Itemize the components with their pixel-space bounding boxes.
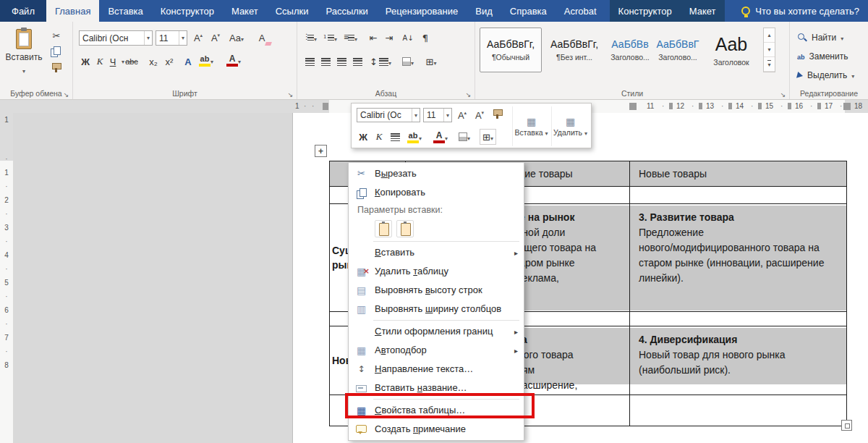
menu-item[interactable]: Копировать <box>349 183 524 202</box>
ribbon-tab[interactable]: Главная <box>46 0 99 22</box>
menu-item[interactable]: Выровнять высоту строк <box>349 281 524 300</box>
sort-button[interactable]: А↓ <box>401 30 414 46</box>
replace-button[interactable]: Заменить <box>797 49 848 64</box>
menu-item[interactable]: Удалить таблицу <box>349 262 524 281</box>
text-effects-button[interactable]: А <box>182 54 195 69</box>
gallery-up-icon[interactable] <box>764 28 775 43</box>
superscript-button[interactable]: x² <box>163 54 176 69</box>
vertical-ruler[interactable]: 112345678 <box>0 100 13 443</box>
mini-insert-button[interactable]: Вставка <box>512 106 550 146</box>
highlight-color-button[interactable]: ab <box>199 52 213 68</box>
mini-italic-button[interactable]: К <box>373 129 386 145</box>
tell-me[interactable]: Что вы хотите сделать? <box>733 0 868 22</box>
gallery-down-icon[interactable] <box>764 43 775 57</box>
paragraph-dialog-launcher[interactable] <box>464 89 472 97</box>
ribbon-tab[interactable]: Acrobat <box>556 0 605 22</box>
align-center-button[interactable] <box>319 54 332 69</box>
font-color-button[interactable]: А <box>226 52 241 68</box>
style-card[interactable]: АаБбВвГг,¶Обычный <box>480 28 542 72</box>
find-button[interactable]: Найти <box>797 30 843 45</box>
mini-format-painter-icon[interactable] <box>490 107 505 123</box>
cut-icon[interactable] <box>49 29 64 42</box>
mini-highlight-button[interactable]: ab <box>407 129 422 145</box>
style-card[interactable]: АаБбВвЗаголово... <box>607 28 653 72</box>
menu-item[interactable]: Направление текста… <box>349 360 524 379</box>
ribbon-tab[interactable]: Вставка <box>99 0 151 22</box>
ribbon-tab[interactable]: Конструктор <box>152 0 223 22</box>
menu-item[interactable]: Стили оформления границ <box>349 322 524 341</box>
ribbon-tab[interactable]: Рецензирование <box>377 0 467 22</box>
justify-button[interactable] <box>351 54 364 69</box>
column-marker[interactable] <box>817 103 821 109</box>
paste-button[interactable]: Вставить <box>4 26 43 94</box>
italic-button[interactable]: К <box>93 54 106 69</box>
clipboard-dialog-launcher[interactable] <box>62 89 70 97</box>
mini-delete-button[interactable]: Удалить <box>551 106 589 146</box>
indent-marker[interactable] <box>323 103 328 110</box>
borders-button[interactable]: ⊞ <box>425 54 438 69</box>
table-cell[interactable]: 4. ДиверсификацияНовый товар для нового … <box>630 326 847 395</box>
copy-icon[interactable] <box>49 45 64 58</box>
font-name-combo[interactable]: Calibri (Осн <box>79 30 153 46</box>
style-card[interactable]: АаБбВвГЗаголово... <box>655 28 701 72</box>
clear-formatting-button[interactable]: А <box>255 30 268 46</box>
font-size-combo[interactable]: 11 <box>156 30 187 46</box>
styles-dialog-launcher[interactable] <box>779 89 787 97</box>
table-spacer-cell[interactable] <box>630 187 847 204</box>
change-case-button[interactable]: Аа <box>229 30 244 46</box>
ribbon-tab-contextual[interactable]: Макет <box>681 0 725 22</box>
mini-grow-font-button[interactable]: А <box>456 107 469 123</box>
menu-item[interactable]: Выровнять ширину столбцов <box>349 300 524 318</box>
gallery-expand-icon[interactable] <box>764 57 775 72</box>
numbering-button[interactable] <box>323 30 337 46</box>
table-header-cell[interactable]: Новые товары <box>630 161 847 187</box>
table-spacer-cell[interactable] <box>630 312 847 326</box>
table-move-handle[interactable] <box>315 145 327 157</box>
format-painter-icon[interactable] <box>49 61 64 74</box>
column-marker[interactable] <box>699 103 702 109</box>
shrink-font-button[interactable]: А <box>209 30 222 46</box>
shading-button[interactable] <box>401 54 414 69</box>
mini-font-name-combo[interactable]: Calibri (Ос <box>357 108 420 122</box>
ribbon-tab[interactable]: Вид <box>467 0 501 22</box>
table-cell[interactable]: 3. Развитие товараПредложениенового/моди… <box>630 204 847 312</box>
line-spacing-button[interactable]: ↕ <box>370 54 391 69</box>
menu-item[interactable]: Вставить <box>349 243 524 262</box>
paragraph-marks-button[interactable]: ¶ <box>419 30 432 46</box>
bullets-button[interactable] <box>303 30 317 46</box>
multilevel-list-button[interactable] <box>344 30 357 46</box>
align-left-button[interactable] <box>303 54 316 69</box>
menu-item[interactable]: Вырезать <box>349 164 524 183</box>
column-marker[interactable] <box>758 103 762 109</box>
tab-file[interactable]: Файл <box>0 0 46 22</box>
strikethrough-button[interactable]: abc <box>125 54 138 69</box>
mini-font-size-combo[interactable]: 11 <box>423 108 452 122</box>
ribbon-tab[interactable]: Рассылки <box>317 0 376 22</box>
decrease-indent-button[interactable]: ⇤ <box>367 30 380 46</box>
grow-font-button[interactable]: А <box>192 30 205 46</box>
ribbon-tab[interactable]: Справка <box>501 0 556 22</box>
increase-indent-button[interactable]: ⇥ <box>383 30 396 46</box>
column-marker[interactable] <box>788 103 791 109</box>
style-card[interactable]: AabЗаголовок <box>702 28 760 72</box>
mini-shading-button[interactable] <box>458 129 471 145</box>
column-marker[interactable] <box>847 103 851 109</box>
subscript-button[interactable]: x₂ <box>147 54 160 69</box>
select-button[interactable]: Выделить <box>797 68 854 83</box>
paste-option-icon[interactable] <box>375 220 392 237</box>
ribbon-tab[interactable]: Макет <box>223 0 267 22</box>
mini-bold-button[interactable]: Ж <box>357 129 370 145</box>
mini-shrink-font-button[interactable]: А <box>473 107 486 123</box>
mini-font-color-button[interactable]: А <box>433 129 448 145</box>
align-right-button[interactable] <box>335 54 348 69</box>
bold-button[interactable]: Ж <box>79 54 92 69</box>
mini-align-button[interactable] <box>388 129 401 145</box>
menu-item[interactable]: Создать примечание <box>349 420 524 439</box>
mini-borders-button[interactable]: ⊞ <box>480 129 496 145</box>
table-resize-handle[interactable] <box>841 420 852 431</box>
font-dialog-launcher[interactable] <box>286 89 294 97</box>
ribbon-tab[interactable]: Ссылки <box>267 0 318 22</box>
table-spacer-cell[interactable] <box>630 395 847 426</box>
menu-item-table-properties[interactable]: Свойства таблицы… <box>349 401 524 420</box>
column-marker[interactable] <box>629 103 637 110</box>
